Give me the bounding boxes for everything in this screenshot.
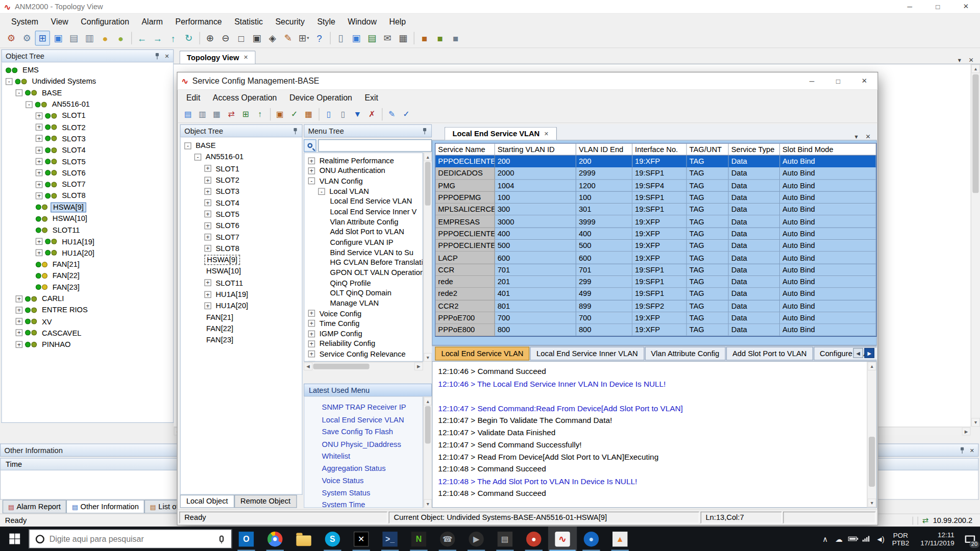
scroll-up-icon[interactable]: ▲ bbox=[868, 362, 876, 370]
tree-item-fan-23[interactable]: FAN[23] bbox=[181, 334, 302, 345]
tree-item-hswa-9[interactable]: HSWA[9] bbox=[181, 254, 302, 265]
new-view-icon[interactable]: ▯ bbox=[333, 31, 348, 45]
table-row[interactable]: PMG1004120019:SFP4TAGDataAuto Bind bbox=[435, 180, 876, 192]
pin-icon[interactable] bbox=[292, 128, 298, 134]
table-row[interactable]: DEDICADOS2000299919:SFP1TAGDataAuto Bind bbox=[435, 168, 876, 180]
table-row[interactable]: LACP60060019:XFPTAGDataAuto Bind bbox=[435, 252, 876, 264]
taskbar-chrome-icon[interactable] bbox=[261, 527, 289, 551]
menu-statistic[interactable]: Statistic bbox=[228, 16, 269, 26]
edit-record-icon[interactable]: ✎ bbox=[385, 107, 399, 121]
tree-item-manage-vlan[interactable]: Manage VLAN bbox=[304, 298, 422, 308]
pin-icon[interactable] bbox=[422, 128, 428, 134]
table-row[interactable]: PPPOECLIENTES20020019:XFPTAGDataAuto Bin… bbox=[435, 156, 876, 168]
taskbar-vlc-icon[interactable]: ▲ bbox=[606, 527, 634, 551]
tree-expand-plus-icon[interactable]: + bbox=[36, 249, 42, 256]
menu-alarm[interactable]: Alarm bbox=[135, 16, 169, 26]
tree-expand-plus-icon[interactable]: + bbox=[36, 158, 42, 165]
edit-topology-icon[interactable]: ✎ bbox=[281, 31, 296, 45]
tree-item-hu1a-19[interactable]: +HU1A[19] bbox=[2, 236, 174, 247]
fit-view-icon[interactable]: ▣ bbox=[250, 31, 264, 45]
tree-item-local-end-service-inner-v[interactable]: Local End Service Inner V bbox=[304, 207, 422, 217]
save-record-icon[interactable]: ▼ bbox=[351, 107, 364, 121]
sync-device-icon[interactable]: ⇄ bbox=[225, 107, 238, 121]
column-header-tag-unt[interactable]: TAG/UNT bbox=[687, 144, 729, 156]
alarm-set-icon[interactable]: ● bbox=[113, 31, 128, 45]
service-menu-edit[interactable]: Edit bbox=[180, 93, 207, 102]
device-list-icon[interactable]: ▥ bbox=[82, 31, 96, 45]
tree-item-carli[interactable]: +CARLI bbox=[2, 293, 174, 304]
tree-item-slot5[interactable]: +SLOT5 bbox=[2, 156, 174, 167]
menu-search-input[interactable] bbox=[318, 139, 432, 152]
menu-tree-vertical-scrollbar[interactable]: ▲ ▼ bbox=[423, 153, 432, 362]
package-c-icon[interactable]: ■ bbox=[448, 31, 463, 45]
tree-item-voice-config[interactable]: +Voice Config bbox=[304, 308, 422, 318]
tree-expand-plus-icon[interactable]: + bbox=[204, 177, 211, 183]
pin-icon[interactable] bbox=[155, 53, 160, 59]
scroll-down-icon[interactable]: ▼ bbox=[424, 499, 432, 508]
taskbar-clock[interactable]: 12:11 17/11/2019 bbox=[915, 531, 960, 547]
scroll-down-icon[interactable]: ▼ bbox=[424, 353, 432, 362]
tree-item-pinhao[interactable]: +PINHAO bbox=[2, 339, 174, 350]
mail-icon[interactable]: ✉ bbox=[380, 31, 395, 45]
language-indicator[interactable]: POR PTB2 bbox=[887, 531, 915, 546]
table-row[interactable]: PPPOECLIENTES50050019:XFPTAGDataAuto Bin… bbox=[435, 240, 876, 252]
tree-item-slot8[interactable]: +SLOT8 bbox=[181, 243, 302, 254]
tree-item-undivided-systems[interactable]: -Undivided Systems bbox=[2, 76, 174, 87]
tree-item-base[interactable]: -BASE bbox=[181, 140, 302, 151]
tree-item-slot3[interactable]: +SLOT3 bbox=[181, 186, 302, 197]
minimize-button[interactable]: ─ bbox=[896, 0, 924, 13]
select-area-icon[interactable]: □ bbox=[234, 31, 249, 45]
upload-config-icon[interactable]: ↑ bbox=[253, 107, 267, 121]
table-row[interactable]: PPPOECLIENTES40040019:XFPTAGDataAuto Bin… bbox=[435, 228, 876, 240]
scroll-down-icon[interactable]: ▼ bbox=[868, 498, 876, 507]
tree-item-slot1[interactable]: +SLOT1 bbox=[181, 163, 302, 174]
vlan-tab-vlan-attribute-config[interactable]: Vlan Attribute Config bbox=[645, 347, 725, 361]
tree-expand-plus-icon[interactable]: + bbox=[308, 340, 315, 347]
microphone-icon[interactable] bbox=[219, 535, 224, 542]
taskbar-anm2000-icon[interactable]: ∿ bbox=[548, 527, 577, 551]
close-button[interactable]: ✕ bbox=[851, 72, 877, 89]
tree-item-local-end-service-vlan[interactable]: Local End Service VLAN bbox=[304, 196, 422, 207]
layout-icon[interactable]: ◈ bbox=[265, 31, 280, 45]
tree-item-slot1[interactable]: +SLOT1 bbox=[2, 110, 174, 121]
tree-expand-plus-icon[interactable]: + bbox=[16, 318, 22, 324]
search-input[interactable] bbox=[50, 534, 214, 543]
latest-used-vertical-scrollbar[interactable]: ▲ ▼ bbox=[423, 397, 432, 508]
tree-expand-plus-icon[interactable]: + bbox=[204, 188, 211, 194]
tree-item-hswa-10[interactable]: HSWA[10] bbox=[2, 213, 174, 224]
recent-menu-aggregation-status[interactable]: Aggregation Status bbox=[304, 463, 422, 475]
tree-item-slot2[interactable]: +SLOT2 bbox=[2, 121, 174, 133]
maximize-button[interactable]: □ bbox=[825, 72, 851, 89]
forward-icon[interactable]: → bbox=[150, 31, 165, 45]
taskbar-skype-icon[interactable]: S bbox=[318, 527, 347, 551]
table-row[interactable]: PPPoE80080080019:XFPTAGDataAuto Bind bbox=[435, 324, 876, 337]
table-row[interactable]: CCR280189919:SFP2TAGDataAuto Bind bbox=[435, 300, 876, 312]
tree-expand-plus-icon[interactable]: + bbox=[36, 169, 42, 176]
table-config-icon[interactable]: ▦ bbox=[210, 107, 224, 121]
tree-expand-plus-icon[interactable]: + bbox=[308, 330, 315, 337]
tree-expand-minus-icon[interactable]: - bbox=[184, 142, 191, 149]
vlan-tab-local-end-service-vlan[interactable]: Local End Service VLAN bbox=[435, 347, 529, 361]
tree-expand-plus-icon[interactable]: + bbox=[308, 350, 315, 357]
pin-icon[interactable] bbox=[960, 447, 965, 453]
system-manage-icon[interactable]: ⚙ bbox=[19, 31, 34, 45]
refresh-icon[interactable]: ↻ bbox=[181, 31, 196, 45]
tree-item-hswa-9[interactable]: HSWA[9] bbox=[2, 202, 174, 213]
recent-menu-system-time[interactable]: System Time bbox=[304, 499, 422, 508]
card-info-icon[interactable]: ▤ bbox=[66, 31, 81, 45]
add-entry-icon[interactable]: ⊞ bbox=[239, 107, 253, 121]
tree-item-olt-qinq-domain[interactable]: OLT QinQ Domain bbox=[304, 288, 422, 298]
tree-expand-plus-icon[interactable]: + bbox=[16, 295, 22, 302]
tree-expand-minus-icon[interactable]: - bbox=[6, 78, 12, 85]
tree-item-add-slot-port-to-vlan[interactable]: Add Slot Port to VLAN bbox=[304, 227, 422, 237]
scroll-tabs-left-icon[interactable]: ◀ bbox=[853, 348, 863, 358]
snapshot-icon[interactable]: ▣ bbox=[349, 31, 363, 45]
tree-expand-plus-icon[interactable]: + bbox=[204, 302, 211, 309]
tree-expand-plus-icon[interactable]: + bbox=[204, 222, 211, 229]
tab-local-end-service-vlan[interactable]: Local End Service VLAN ✕ bbox=[445, 127, 557, 140]
tree-item-bind-service-vlan-to-su[interactable]: Bind Service VLAN to Su bbox=[304, 247, 422, 257]
tree-expand-plus-icon[interactable]: + bbox=[36, 135, 42, 142]
tree-item-local-vlan[interactable]: -Local VLAN bbox=[304, 186, 422, 196]
ems-config-icon[interactable]: ⚙ bbox=[4, 31, 18, 45]
table-row[interactable]: PPPOEPMG10010019:SFP1TAGDataAuto Bind bbox=[435, 192, 876, 204]
